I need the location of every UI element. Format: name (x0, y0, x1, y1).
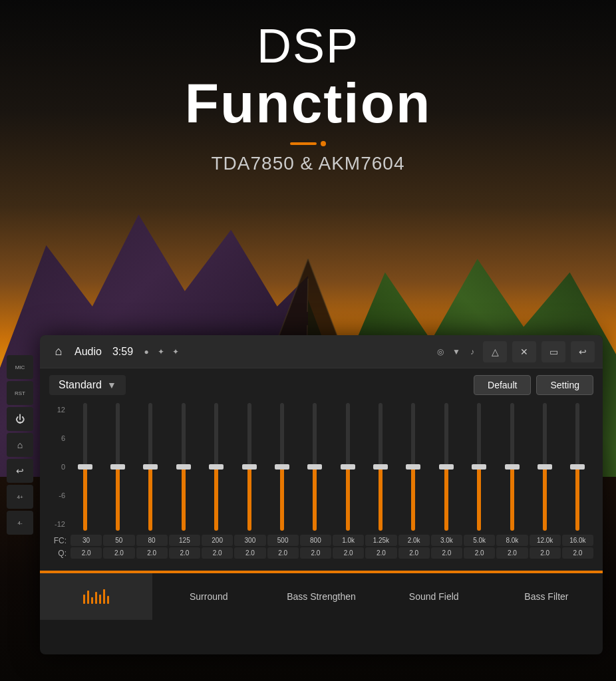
eq-slider-track-13[interactable] (510, 403, 514, 531)
fc-1k[interactable]: 1.0k (333, 535, 364, 546)
fc-125[interactable]: 125 (169, 535, 200, 546)
fc-50[interactable]: 50 (103, 535, 134, 546)
main-content: Standard ▼ Default Setting 12 6 0 -6 -12 (40, 368, 603, 571)
eq-slider-track-7[interactable] (313, 403, 317, 531)
preset-label: Standard (59, 379, 102, 391)
fc-12k[interactable]: 12.0k (530, 535, 561, 546)
eq-slider-track-8[interactable] (346, 403, 350, 531)
tab-bass-strengthen[interactable]: Bass Strengthen (265, 573, 377, 620)
tab-surround[interactable]: Surround (152, 573, 265, 620)
volume-down-button[interactable]: 4- (7, 511, 33, 535)
fc-200[interactable]: 200 (202, 535, 233, 546)
close-button[interactable]: ✕ (512, 341, 536, 362)
tab-bass-filter[interactable]: Bass Filter (490, 573, 603, 620)
eq-slider-track-2[interactable] (148, 403, 152, 531)
eq-slider-col-3 (168, 400, 199, 533)
eject-button[interactable]: △ (483, 341, 507, 362)
eq-handle-11[interactable] (439, 464, 454, 470)
fc-16k[interactable]: 16.0k (562, 535, 593, 546)
eq-slider-track-11[interactable] (444, 403, 448, 531)
back-button[interactable]: ↩ (571, 341, 595, 362)
eq-handle-10[interactable] (406, 464, 420, 470)
rst-label: RST (15, 390, 25, 396)
eq-slider-track-10[interactable] (411, 403, 415, 531)
fc-300[interactable]: 300 (234, 535, 265, 546)
eq-handle-6[interactable] (275, 464, 289, 470)
home-side-icon: ⌂ (17, 440, 23, 450)
fc-80[interactable]: 80 (136, 535, 168, 546)
q-4[interactable]: 2.0 (169, 547, 200, 559)
q-2[interactable]: 2.0 (103, 547, 134, 559)
q-12[interactable]: 2.0 (431, 547, 462, 559)
power-button[interactable]: ⏻ (7, 407, 33, 431)
q-9[interactable]: 2.0 (333, 547, 364, 559)
fc-800[interactable]: 800 (300, 535, 331, 546)
eq-handle-5[interactable] (242, 464, 257, 470)
eq-handle-14[interactable] (538, 464, 552, 470)
eq-slider-track-3[interactable] (182, 403, 186, 531)
eq-slider-col-5 (233, 400, 265, 533)
q-3[interactable]: 2.0 (136, 547, 168, 559)
eq-handle-7[interactable] (307, 464, 322, 470)
fc-30[interactable]: 30 (71, 535, 102, 546)
mic-button[interactable]: MIC (7, 355, 33, 379)
fc-3k[interactable]: 3.0k (431, 535, 462, 546)
volume-icon[interactable]: ♪ (467, 346, 478, 357)
q-7[interactable]: 2.0 (267, 547, 299, 559)
eq-slider-col-8 (332, 400, 363, 533)
eq-handle-4[interactable] (209, 464, 224, 470)
eq-slider-track-14[interactable] (543, 403, 547, 531)
eq-slider-track-15[interactable] (575, 403, 579, 531)
setting-button[interactable]: Setting (536, 375, 593, 395)
q-8[interactable]: 2.0 (300, 547, 331, 559)
q-10[interactable]: 2.0 (365, 547, 396, 559)
preset-row: Standard ▼ Default Setting (49, 375, 593, 395)
back-side-button[interactable]: ↩ (7, 459, 33, 483)
windows-button[interactable]: ▭ (541, 341, 565, 362)
eq-handle-2[interactable] (143, 464, 158, 470)
default-button[interactable]: Default (474, 375, 531, 395)
eq-slider-track-4[interactable] (214, 403, 218, 531)
eq-handle-8[interactable] (341, 464, 355, 470)
eq-slider-track-5[interactable] (247, 403, 251, 531)
q-6[interactable]: 2.0 (234, 547, 265, 559)
q-16[interactable]: 2.0 (562, 547, 593, 559)
eq-slider-track-0[interactable] (83, 403, 87, 531)
eq-handle-3[interactable] (176, 464, 191, 470)
fc-5k[interactable]: 5.0k (464, 535, 495, 546)
q-5[interactable]: 2.0 (202, 547, 233, 559)
rst-button[interactable]: RST (7, 381, 33, 405)
fc-1-25k[interactable]: 1.25k (365, 535, 396, 546)
home-icon[interactable]: ⌂ (48, 341, 69, 362)
eq-slider-track-1[interactable] (116, 403, 120, 531)
tab-sound-field[interactable]: Sound Field (378, 573, 490, 620)
q-14[interactable]: 2.0 (496, 547, 528, 559)
q-13[interactable]: 2.0 (464, 547, 495, 559)
tab-eq[interactable] (40, 573, 152, 620)
decoration-line (290, 142, 317, 145)
fc-8k[interactable]: 8.0k (496, 535, 528, 546)
eq-fill-bottom-9 (379, 467, 383, 531)
eq-slider-track-12[interactable] (477, 403, 481, 531)
q-15[interactable]: 2.0 (530, 547, 561, 559)
eq-handle-9[interactable] (373, 464, 388, 470)
eq-handle-13[interactable] (505, 464, 520, 470)
eq-handle-0[interactable] (78, 464, 92, 470)
eq-fill-bottom-13 (510, 467, 514, 531)
eq-handle-12[interactable] (472, 464, 486, 470)
scale-12-neg: -12 (49, 520, 65, 528)
fc-2k[interactable]: 2.0k (398, 535, 430, 546)
q-11[interactable]: 2.0 (398, 547, 430, 559)
volume-up-button[interactable]: 4+ (7, 485, 33, 509)
scale-12-pos: 12 (49, 406, 65, 414)
home-side-button[interactable]: ⌂ (7, 433, 33, 457)
eq-slider-col-13 (496, 400, 528, 533)
q-1[interactable]: 2.0 (71, 547, 102, 559)
eq-handle-15[interactable] (570, 464, 585, 470)
eq-handle-1[interactable] (110, 464, 125, 470)
preset-selector[interactable]: Standard ▼ (49, 375, 126, 395)
fc-500[interactable]: 500 (267, 535, 299, 546)
eq-slider-col-6 (266, 400, 297, 533)
eq-slider-track-9[interactable] (379, 403, 383, 531)
eq-slider-track-6[interactable] (280, 403, 284, 531)
